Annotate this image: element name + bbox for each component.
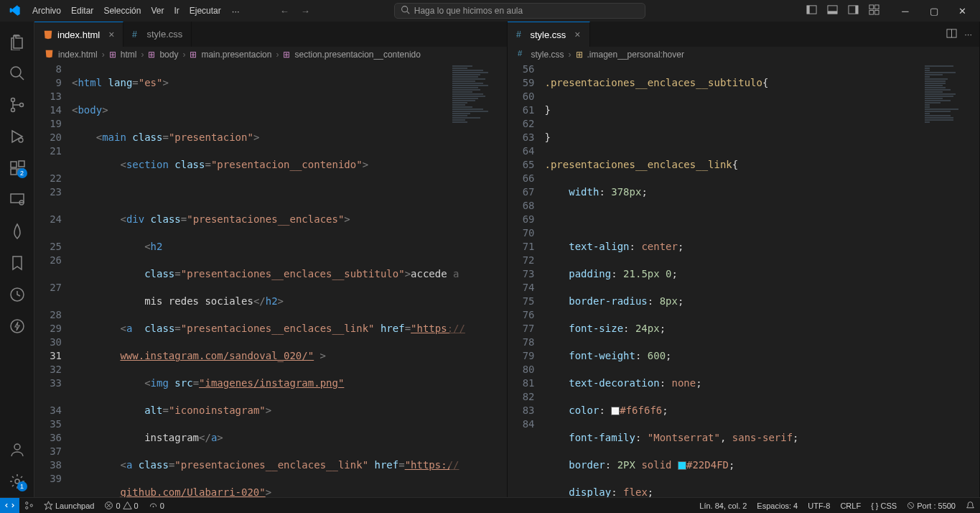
line-gutter: 5659606162636465666768697071727374757677…	[508, 63, 545, 497]
svg-rect-7	[855, 6, 858, 14]
menu-overflow[interactable]: ···	[226, 6, 246, 17]
menu-editar[interactable]: Editar	[66, 0, 98, 22]
minimap-left[interactable]	[449, 63, 507, 497]
activity-bar: 2 1	[0, 22, 34, 497]
css-file-icon: #	[132, 29, 142, 40]
menu-seleccion[interactable]: Selección	[98, 0, 146, 22]
html-file-icon	[45, 49, 54, 60]
indentation-status[interactable]: Espacios: 4	[752, 498, 803, 514]
svg-point-25	[11, 320, 24, 333]
search-icon	[401, 5, 410, 17]
close-icon[interactable]: ×	[108, 29, 114, 40]
svg-point-15	[11, 108, 14, 112]
language-status[interactable]: { }CSS	[866, 498, 902, 514]
editor-group-left: index.html × # style.css index.html› ⊞ht…	[34, 22, 508, 497]
breadcrumb-left[interactable]: index.html› ⊞html› ⊞body› ⊞main.presenta…	[34, 47, 507, 63]
editor-group-right: # style.css × ··· # style.css› ⊞.imagen_…	[508, 22, 981, 497]
tab-index-html[interactable]: index.html ×	[34, 22, 123, 47]
svg-rect-3	[807, 6, 810, 14]
gitlens-status[interactable]	[19, 498, 39, 514]
svg-point-26	[14, 444, 20, 450]
svg-point-17	[19, 138, 23, 142]
title-bar: Archivo Editar Selección Ver Ir Ejecutar…	[0, 0, 980, 22]
svg-rect-9	[874, 5, 879, 9]
gitlens-icon[interactable]	[0, 279, 34, 310]
notifications-icon[interactable]	[961, 498, 980, 514]
nav-forward[interactable]: →	[295, 6, 316, 17]
layout-panel-bottom-icon[interactable]	[823, 1, 842, 20]
css-file-icon: #	[518, 49, 527, 60]
remote-indicator[interactable]	[0, 498, 19, 514]
code-editor-left[interactable]: 8913141920212223242526272829303132333435…	[34, 63, 507, 497]
extensions-icon[interactable]: 2	[0, 152, 34, 184]
thunder-client-icon[interactable]	[0, 310, 34, 342]
mongodb-icon[interactable]	[0, 216, 34, 247]
menu-ejecutar[interactable]: Ejecutar	[185, 0, 226, 22]
search-icon[interactable]	[0, 57, 34, 89]
encoding-status[interactable]: UTF-8	[803, 498, 835, 514]
minimap-right[interactable]	[922, 63, 979, 497]
remote-explorer-icon[interactable]	[0, 184, 34, 216]
split-editor-icon[interactable]	[946, 28, 957, 41]
command-center[interactable]: Haga lo que hicimos en aula	[394, 3, 645, 19]
ports-status[interactable]: 0	[144, 498, 169, 514]
svg-rect-18	[11, 162, 17, 167]
html-file-icon	[43, 29, 53, 40]
line-gutter: 8913141920212223242526272829303132333435…	[34, 63, 72, 497]
bookmark-icon[interactable]	[0, 247, 34, 279]
tab-label: style.css	[531, 29, 566, 40]
svg-text:#: #	[518, 49, 523, 57]
svg-line-1	[407, 11, 409, 14]
svg-rect-11	[874, 10, 879, 14]
launchpad-status[interactable]: Launchpad	[39, 498, 99, 514]
svg-rect-5	[828, 11, 837, 14]
svg-rect-19	[11, 169, 17, 175]
svg-point-34	[26, 507, 28, 509]
tab-bar-left: index.html × # style.css	[34, 22, 507, 47]
extensions-badge: 2	[17, 168, 27, 178]
svg-point-12	[11, 67, 21, 77]
eol-status[interactable]: CRLF	[835, 498, 866, 514]
svg-text:#: #	[132, 29, 137, 40]
explorer-icon[interactable]	[0, 26, 34, 57]
more-actions-icon[interactable]: ···	[964, 29, 972, 40]
svg-point-35	[30, 504, 32, 507]
menu-ver[interactable]: Ver	[146, 0, 169, 22]
svg-point-0	[401, 6, 407, 12]
close-icon[interactable]: ×	[574, 29, 580, 40]
problems-status[interactable]: 0 0	[99, 498, 143, 514]
tab-style-css-left[interactable]: # style.css	[123, 22, 192, 47]
svg-line-41	[909, 504, 913, 508]
nav-back[interactable]: ←	[274, 6, 295, 17]
search-placeholder: Haga lo que hicimos en aula	[414, 6, 523, 16]
window-maximize[interactable]: ▢	[920, 0, 948, 22]
code-editor-right[interactable]: 5659606162636465666768697071727374757677…	[508, 63, 980, 497]
svg-line-13	[19, 75, 24, 80]
tab-style-css-right[interactable]: # style.css ×	[508, 22, 590, 47]
settings-badge: 1	[17, 481, 27, 491]
svg-point-16	[19, 103, 23, 107]
svg-rect-8	[869, 5, 874, 9]
tab-label: style.css	[146, 29, 182, 40]
account-icon[interactable]	[0, 434, 34, 466]
svg-point-14	[11, 98, 14, 102]
css-file-icon: #	[516, 29, 526, 40]
cursor-position[interactable]: Lín. 84, col. 2	[694, 498, 752, 514]
svg-rect-22	[11, 194, 24, 203]
menu-archivo[interactable]: Archivo	[27, 0, 66, 22]
window-close[interactable]: ✕	[948, 0, 977, 22]
layout-panel-left-icon[interactable]	[802, 1, 821, 20]
layout-panel-right-icon[interactable]	[844, 1, 863, 20]
live-server-status[interactable]: Port : 5500	[902, 498, 961, 514]
source-control-icon[interactable]	[0, 89, 34, 121]
menu-ir[interactable]: Ir	[169, 0, 184, 22]
settings-icon[interactable]: 1	[0, 466, 34, 497]
svg-point-33	[26, 502, 28, 504]
run-debug-icon[interactable]	[0, 121, 34, 152]
layout-customize-icon[interactable]	[864, 1, 884, 20]
vscode-logo	[7, 3, 23, 19]
svg-rect-10	[869, 10, 874, 14]
svg-rect-21	[19, 161, 24, 167]
breadcrumb-right[interactable]: # style.css› ⊞.imagen__personal:hover	[508, 47, 980, 63]
window-minimize[interactable]: ─	[891, 0, 920, 22]
